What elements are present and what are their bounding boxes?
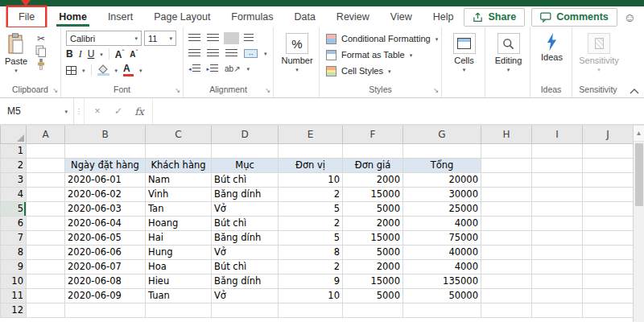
- align-center-icon[interactable]: [207, 49, 219, 58]
- cell-H7[interactable]: [481, 230, 532, 245]
- cell-B2[interactable]: Ngày đặt hàng: [65, 158, 146, 172]
- fill-color-chevron-icon[interactable]: ▾: [115, 68, 118, 73]
- tab-review[interactable]: Review: [326, 7, 380, 27]
- cell-I10[interactable]: [532, 274, 583, 288]
- sensitivity-button[interactable]: Sensitivity ▾: [577, 31, 621, 72]
- column-header-B[interactable]: B: [65, 126, 146, 143]
- cell-G1[interactable]: [403, 143, 481, 158]
- underline-button[interactable]: U: [88, 48, 95, 60]
- cell-J10[interactable]: [583, 274, 634, 288]
- cell-C7[interactable]: Hai: [146, 230, 212, 245]
- cell-I6[interactable]: [532, 216, 583, 230]
- cell-C10[interactable]: Hieu: [146, 274, 212, 288]
- cell-D11[interactable]: Vở: [212, 288, 279, 303]
- cell-G3[interactable]: 20000: [403, 172, 481, 187]
- borders-icon[interactable]: [66, 66, 76, 75]
- cell-J12[interactable]: [583, 303, 634, 317]
- column-header-I[interactable]: I: [532, 126, 583, 143]
- vertical-scrollbar[interactable]: ▲: [633, 126, 644, 322]
- select-all-corner[interactable]: [1, 126, 27, 143]
- cell-I7[interactable]: [532, 230, 583, 245]
- cell-I9[interactable]: [532, 259, 583, 274]
- cell-J7[interactable]: [583, 230, 634, 245]
- cell-G5[interactable]: 25000: [403, 201, 481, 216]
- cell-A2[interactable]: [27, 158, 65, 172]
- cell-H9[interactable]: [481, 259, 532, 274]
- row-header-11[interactable]: 11: [1, 288, 27, 303]
- cell-I11[interactable]: [532, 288, 583, 303]
- column-header-A[interactable]: A: [27, 126, 65, 143]
- cell-C3[interactable]: Nam: [146, 172, 212, 187]
- cell-C8[interactable]: Hung: [146, 245, 212, 259]
- cell-J3[interactable]: [583, 172, 634, 187]
- cell-F11[interactable]: 5000: [343, 288, 403, 303]
- cell-I1[interactable]: [532, 143, 583, 158]
- cell-A9[interactable]: [27, 259, 65, 274]
- cell-G7[interactable]: 75000: [403, 230, 481, 245]
- decrease-indent-icon[interactable]: ◂: [188, 64, 200, 73]
- scrollbar-thumb[interactable]: [635, 143, 643, 206]
- cell-A8[interactable]: [27, 245, 65, 259]
- cell-E7[interactable]: 5: [279, 230, 343, 245]
- align-bottom-icon[interactable]: [225, 34, 237, 43]
- row-header-3[interactable]: 3: [1, 172, 27, 187]
- merge-chevron-icon[interactable]: ▾: [264, 51, 267, 56]
- row-header-5[interactable]: 5: [1, 201, 27, 216]
- merge-center-icon[interactable]: ↔: [244, 49, 258, 58]
- cell-G6[interactable]: 4000: [403, 216, 481, 230]
- cell-H6[interactable]: [481, 216, 532, 230]
- cell-A10[interactable]: [27, 274, 65, 288]
- borders-chevron-icon[interactable]: ▾: [82, 68, 85, 73]
- cell-A5[interactable]: [27, 201, 65, 216]
- copy-icon[interactable]: [35, 45, 47, 58]
- cell-I2[interactable]: [532, 158, 583, 172]
- cell-D4[interactable]: Băng dính: [212, 187, 279, 201]
- align-top-icon[interactable]: [188, 34, 200, 43]
- cell-G8[interactable]: 40000: [403, 245, 481, 259]
- font-name-select[interactable]: Calibri ▾: [66, 31, 142, 46]
- cell-I4[interactable]: [532, 187, 583, 201]
- insert-function-icon[interactable]: fx: [130, 102, 149, 120]
- column-header-J[interactable]: J: [583, 126, 634, 143]
- cell-B3[interactable]: 2020-06-01: [65, 172, 146, 187]
- align-right-icon[interactable]: [225, 49, 237, 58]
- ideas-button[interactable]: Ideas: [535, 31, 568, 62]
- cell-A1[interactable]: [27, 143, 65, 158]
- cell-D5[interactable]: Vở: [212, 201, 279, 216]
- cell-D12[interactable]: [212, 303, 279, 317]
- column-header-C[interactable]: C: [146, 126, 212, 143]
- cell-B12[interactable]: [65, 303, 146, 317]
- editing-button[interactable]: Editing ▾: [490, 31, 526, 72]
- row-header-8[interactable]: 8: [1, 245, 27, 259]
- cell-H12[interactable]: [481, 303, 532, 317]
- cell-A6[interactable]: [27, 216, 65, 230]
- font-size-select[interactable]: 11 ▾: [144, 31, 176, 46]
- font-dialog-launcher-icon[interactable]: ↘: [175, 86, 180, 94]
- shrink-font-button[interactable]: Aˇ: [130, 48, 138, 59]
- column-header-E[interactable]: E: [279, 126, 343, 143]
- align-middle-icon[interactable]: [207, 34, 219, 43]
- cell-D6[interactable]: Bút chì: [212, 216, 279, 230]
- cell-F2[interactable]: Đơn giá: [343, 158, 403, 172]
- font-color-button[interactable]: A: [123, 64, 134, 76]
- cell-H2[interactable]: [481, 158, 532, 172]
- cell-J2[interactable]: [583, 158, 634, 172]
- cell-B11[interactable]: 2020-06-09: [65, 288, 146, 303]
- fill-color-icon[interactable]: [97, 65, 109, 76]
- tab-home[interactable]: Home: [48, 7, 97, 27]
- align-left-icon[interactable]: [188, 49, 200, 58]
- cell-G2[interactable]: Tổng: [403, 158, 481, 172]
- wrap-text-icon[interactable]: [244, 34, 254, 43]
- cell-E6[interactable]: 2: [279, 216, 343, 230]
- cell-B9[interactable]: 2020-06-07: [65, 259, 146, 274]
- italic-button[interactable]: I: [79, 48, 82, 60]
- tab-help[interactable]: Help: [423, 7, 464, 27]
- cell-H10[interactable]: [481, 274, 532, 288]
- number-format-button[interactable]: % Number ▾: [281, 31, 312, 72]
- cell-F10[interactable]: 15000: [343, 274, 403, 288]
- cell-H3[interactable]: [481, 172, 532, 187]
- cell-G4[interactable]: 30000: [403, 187, 481, 201]
- cell-D3[interactable]: Bút chì: [212, 172, 279, 187]
- cell-G9[interactable]: 4000: [403, 259, 481, 274]
- cell-E8[interactable]: 8: [279, 245, 343, 259]
